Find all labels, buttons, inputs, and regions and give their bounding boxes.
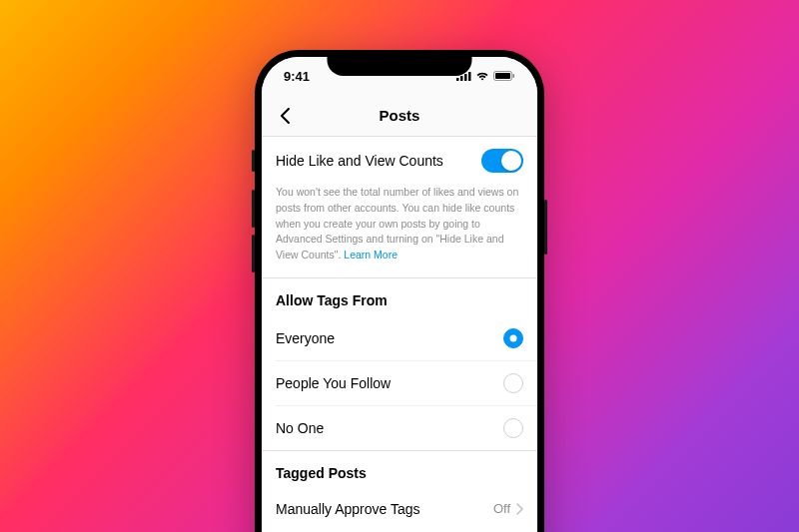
svg-rect-6 [513, 74, 515, 78]
chevron-left-icon [281, 108, 291, 124]
back-button[interactable] [274, 104, 298, 128]
status-time: 9:41 [284, 69, 310, 84]
svg-rect-2 [464, 74, 467, 81]
tag-option-no-one[interactable]: No One [262, 406, 537, 450]
hide-counts-row: Hide Like and View Counts [262, 137, 537, 185]
manually-approve-label: Manually Approve Tags [276, 501, 420, 517]
option-label: People You Follow [276, 375, 391, 391]
hide-counts-label: Hide Like and View Counts [276, 153, 443, 169]
svg-rect-0 [456, 78, 459, 81]
signal-icon [456, 71, 471, 81]
option-label: Everyone [276, 330, 335, 346]
tagged-posts-title: Tagged Posts [262, 451, 537, 489]
radio-unselected[interactable] [503, 373, 523, 393]
page-title: Posts [380, 107, 420, 124]
phone-screen: 9:41 [262, 57, 537, 532]
learn-more-link[interactable]: Learn More [344, 249, 398, 261]
status-indicators [456, 71, 515, 81]
hide-counts-description: You won't see the total number of likes … [262, 185, 537, 277]
hide-counts-toggle[interactable] [481, 149, 523, 173]
radio-unselected[interactable] [503, 418, 523, 438]
allow-tags-title: Allow Tags From [262, 278, 537, 316]
manually-approve-value: Off [493, 501, 510, 516]
manually-approve-row[interactable]: Manually Approve Tags Off [262, 489, 537, 529]
row-value-group: Off [493, 501, 523, 516]
side-button [252, 190, 255, 228]
option-label: No One [276, 420, 324, 436]
settings-content: Hide Like and View Counts You won't see … [262, 137, 537, 532]
nav-header: Posts [262, 95, 537, 137]
status-bar: 9:41 [262, 57, 537, 95]
svg-rect-1 [460, 76, 463, 81]
wifi-icon [475, 71, 489, 81]
svg-rect-5 [495, 73, 510, 79]
battery-icon [493, 71, 515, 81]
tag-option-everyone[interactable]: Everyone [262, 316, 537, 360]
side-button [252, 150, 255, 172]
phone-frame: 9:41 [255, 50, 544, 532]
radio-selected[interactable] [503, 328, 523, 348]
chevron-right-icon [516, 503, 523, 515]
side-button [252, 235, 255, 272]
svg-rect-3 [468, 72, 471, 81]
tag-option-people-you-follow[interactable]: People You Follow [262, 361, 537, 405]
side-button [544, 200, 547, 255]
